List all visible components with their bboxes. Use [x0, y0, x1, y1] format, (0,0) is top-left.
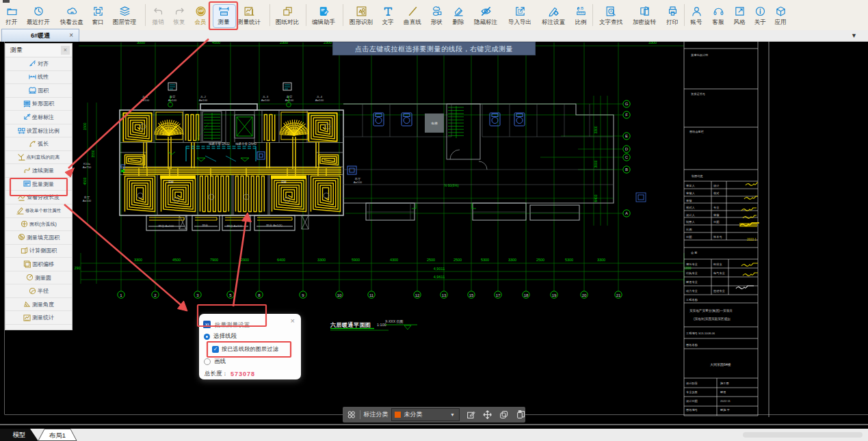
svg-text:电梯: 电梯: [432, 122, 438, 125]
svg-text:给排水: 给排水: [713, 263, 722, 266]
svg-text:会 签: 会 签: [691, 251, 698, 254]
svg-text:FM: FM: [282, 181, 287, 184]
svg-text:4300: 4300: [390, 258, 398, 262]
svg-text:阳台: 阳台: [202, 224, 209, 227]
svg-text:18: 18: [524, 293, 529, 297]
svg-text:FM: FM: [169, 181, 174, 184]
svg-text:校对: 校对: [713, 191, 720, 195]
svg-text:20: 20: [582, 293, 587, 297]
svg-text:A=100: A=100: [141, 98, 150, 102]
svg-text:15: 15: [469, 293, 474, 297]
svg-text:A=100: A=100: [315, 98, 324, 102]
svg-text:4,9011: 4,9011: [434, 267, 445, 271]
svg-text:工程名称: 工程名称: [685, 298, 698, 302]
svg-text:3300: 3300: [594, 126, 598, 133]
svg-text:F: F: [625, 113, 628, 117]
svg-text:VIP: VIP: [198, 10, 204, 13]
svg-text:制图信息: 制图信息: [692, 174, 703, 178]
svg-text:A: A: [609, 10, 612, 13]
svg-text:版本号: 版本号: [713, 235, 722, 239]
svg-text:设计人: 设计人: [686, 213, 695, 217]
svg-text:A=100: A=100: [285, 98, 294, 102]
svg-text:17: 17: [496, 293, 501, 297]
svg-text:图纸名称: 图纸名称: [686, 343, 698, 347]
svg-text:A=100: A=100: [83, 199, 92, 202]
svg-text:工程编号 S13-1008-06: 工程编号 S13-1008-06: [685, 332, 715, 335]
svg-text:3550: 3550: [91, 150, 95, 157]
svg-text:审定人: 审定人: [686, 184, 695, 187]
svg-text:地暖干管 DN32: 地暖干管 DN32: [208, 142, 230, 146]
svg-text:290: 290: [74, 266, 80, 270]
svg-text:某建筑设计院: 某建筑设计院: [691, 53, 709, 57]
svg-text:暖通: 暖通: [720, 390, 726, 394]
svg-text:2500: 2500: [427, 258, 435, 262]
svg-text:4500: 4500: [172, 258, 181, 262]
svg-text:13: 13: [442, 293, 447, 297]
svg-text:10: 10: [337, 293, 342, 297]
svg-text:布局1: 布局1: [49, 431, 66, 439]
svg-text:E: E: [625, 134, 628, 138]
svg-text:6400: 6400: [277, 258, 285, 262]
svg-text:2500: 2500: [453, 258, 462, 262]
svg-text:A=100: A=100: [168, 98, 177, 102]
svg-text:A=750: A=750: [83, 165, 92, 169]
svg-text:日期: 日期: [686, 235, 692, 239]
svg-text:X-XXX 街图: X-XXX 街图: [385, 319, 403, 324]
svg-text:专业: 专业: [713, 206, 720, 209]
svg-text:2500: 2500: [536, 258, 544, 262]
svg-text:5300: 5300: [481, 258, 489, 262]
svg-text:1500: 1500: [83, 122, 87, 130]
svg-text:XI: XI: [205, 323, 209, 327]
svg-text:暖施 平: 暖施 平: [720, 408, 731, 412]
svg-text:动力专业: 动力专业: [686, 289, 698, 293]
svg-text:设计阶段: 设计阶段: [686, 382, 698, 385]
svg-text:C: C: [625, 155, 629, 159]
svg-text:审核人: 审核人: [686, 191, 695, 195]
svg-text:4,9611: 4,9611: [434, 275, 445, 279]
svg-text:A=100: A=100: [199, 98, 208, 102]
svg-text:设计日期: 设计日期: [686, 399, 698, 403]
svg-text:A: A: [625, 211, 628, 215]
svg-text:D: D: [625, 147, 629, 151]
svg-text:大同家园6#楼: 大同家园6#楼: [710, 362, 731, 367]
svg-text:阳台 A=1(X): 阳台 A=1(X): [266, 224, 282, 227]
svg-text:(某地块)某园某期某区规划: (某地块)某园某期某区规划: [694, 317, 731, 321]
svg-text:12: 12: [415, 293, 420, 297]
svg-text:设计: 设计: [713, 184, 720, 187]
svg-text:19: 19: [552, 293, 557, 297]
svg-text:4500: 4500: [83, 177, 87, 185]
svg-text:21: 21: [616, 293, 621, 297]
svg-text:3300: 3300: [597, 258, 605, 262]
svg-text:A:B: A:B: [577, 6, 583, 10]
svg-text:审核: 审核: [686, 199, 692, 202]
svg-text:六层暖通平面图: 六层暖通平面图: [330, 321, 371, 328]
svg-text:G: G: [625, 102, 629, 106]
svg-text:11: 11: [369, 293, 374, 297]
svg-text:阳台 A=100: 阳台 A=100: [159, 224, 174, 228]
svg-text:3300: 3300: [134, 258, 142, 262]
svg-text:地暖干管 DN40: 地暖干管 DN40: [235, 142, 257, 146]
svg-text:专业负责: 专业负责: [686, 390, 698, 394]
svg-text:5300: 5300: [565, 258, 573, 262]
svg-text:暖通专业: 暖通专业: [686, 280, 698, 284]
svg-text:3300: 3300: [508, 258, 516, 262]
svg-text:日期: 日期: [713, 220, 719, 224]
svg-text:B: B: [625, 168, 628, 172]
svg-text:建筑专业: 建筑专业: [686, 263, 698, 266]
svg-text:图纸会签栏: 图纸会签栏: [689, 130, 705, 133]
svg-text:7900: 7900: [210, 258, 218, 262]
svg-text:2900: 2900: [241, 258, 249, 262]
svg-text:制图人: 制图人: [686, 220, 695, 224]
svg-text:A=100: A=100: [354, 181, 363, 184]
svg-text:2022.1: 2022.1: [747, 238, 757, 241]
svg-text:阳台 A=100: 阳台 A=100: [227, 224, 243, 228]
svg-text:3300: 3300: [317, 258, 326, 262]
svg-text:图纸编号: 图纸编号: [686, 408, 698, 412]
svg-text:资质证书号: 资质证书号: [691, 92, 706, 96]
svg-text:施工图: 施工图: [720, 382, 729, 385]
svg-text:审核: 审核: [713, 213, 720, 217]
svg-text:2022.11: 2022.11: [720, 399, 731, 403]
svg-text:电气专业: 电气专业: [713, 271, 726, 275]
svg-text:3000: 3000: [594, 160, 598, 168]
svg-text:A=100: A=100: [261, 98, 270, 102]
